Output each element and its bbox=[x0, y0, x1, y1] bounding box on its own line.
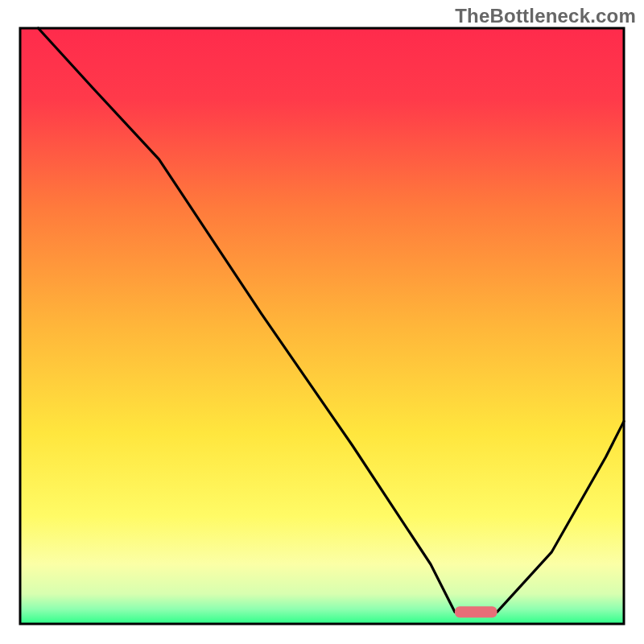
optimal-range-marker bbox=[455, 606, 497, 617]
bottleneck-chart bbox=[0, 0, 644, 644]
plot-background-gradient bbox=[20, 28, 624, 624]
